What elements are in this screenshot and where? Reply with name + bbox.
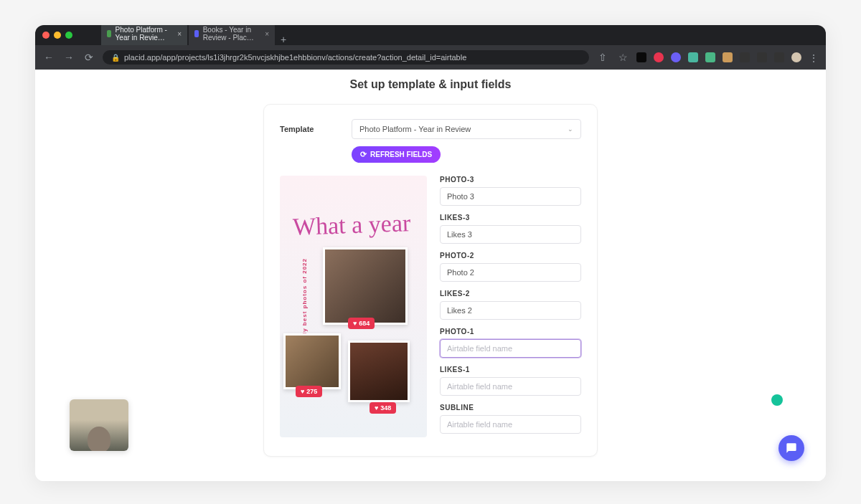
field-input[interactable] — [440, 263, 581, 282]
field-input[interactable] — [440, 339, 581, 358]
close-window[interactable] — [42, 32, 50, 39]
refresh-fields-button[interactable]: ⟳ REFRESH FIELDS — [352, 146, 441, 163]
refresh-icon: ⟳ — [360, 150, 367, 159]
ext-icon[interactable] — [636, 52, 646, 62]
like-badge: ♥348 — [370, 402, 396, 414]
field-group: SUBLINE — [440, 404, 581, 434]
tab-favicon — [107, 30, 111, 37]
field-label: SUBLINE — [440, 404, 581, 412]
preview-photo-3 — [348, 341, 410, 402]
field-label: LIKES-3 — [440, 214, 581, 222]
preview-heading: What a year — [292, 209, 410, 241]
heart-icon: ♥ — [301, 388, 304, 395]
chevron-down-icon: ⌄ — [568, 125, 573, 133]
share-icon[interactable]: ⇧ — [596, 52, 609, 63]
ext-icon[interactable] — [740, 52, 750, 62]
field-label: PHOTO-3 — [440, 176, 581, 184]
fields-column: PHOTO-3LIKES-3PHOTO-2LIKES-2PHOTO-1LIKES… — [440, 176, 581, 442]
page-content: Set up template & input fields Template … — [35, 70, 826, 481]
ext-icon[interactable] — [654, 52, 664, 62]
bookmark-icon[interactable]: ☆ — [616, 52, 629, 63]
field-input[interactable] — [440, 415, 581, 434]
template-value: Photo Platform - Year in Review — [359, 125, 471, 133]
field-label: LIKES-2 — [440, 290, 581, 298]
tab-label: Photo Platform - Year in Revie… — [116, 26, 174, 42]
template-preview: What a year My best photos of 2022 ♥684 … — [280, 176, 427, 437]
field-input[interactable] — [440, 301, 581, 320]
browser-window: Photo Platform - Year in Revie… × Books … — [35, 25, 826, 481]
maximize-window[interactable] — [65, 32, 72, 39]
refresh-label: REFRESH FIELDS — [370, 151, 432, 158]
lock-icon: 🔒 — [111, 54, 120, 62]
field-group: LIKES-1 — [440, 366, 581, 396]
like-badge: ♥275 — [296, 386, 322, 397]
ext-icon[interactable] — [757, 52, 767, 62]
field-group: PHOTO-3 — [440, 176, 581, 206]
template-label: Template — [280, 125, 352, 133]
ext-icon[interactable] — [705, 52, 715, 62]
extension-icons: ⋮ — [636, 52, 819, 62]
close-tab-icon[interactable]: × — [265, 30, 269, 38]
webcam-overlay — [70, 399, 128, 451]
like-badge: ♥684 — [348, 318, 375, 329]
close-tab-icon[interactable]: × — [177, 30, 182, 38]
heart-icon: ♥ — [375, 404, 378, 412]
heart-icon: ♥ — [353, 320, 357, 327]
ext-icon[interactable] — [688, 52, 698, 62]
profile-avatar[interactable] — [791, 52, 801, 62]
field-input[interactable] — [440, 187, 581, 206]
tab-favicon — [194, 30, 199, 37]
ext-icon[interactable] — [723, 52, 733, 62]
browser-toolbar: ← → ⟳ 🔒 placid.app/app/projects/ls1i3jhr… — [35, 45, 826, 70]
setup-card: Template Photo Platform - Year in Review… — [263, 104, 598, 457]
field-group: PHOTO-1 — [440, 328, 581, 358]
template-row: Template Photo Platform - Year in Review… — [280, 119, 581, 139]
preview-photo-1 — [323, 247, 408, 325]
field-group: LIKES-2 — [440, 290, 581, 320]
field-group: PHOTO-2 — [440, 252, 581, 282]
field-input[interactable] — [440, 377, 581, 396]
preview-photo-2 — [283, 333, 341, 389]
field-group: LIKES-3 — [440, 214, 581, 244]
tab-label: Books - Year in Review - Plac… — [203, 26, 260, 42]
menu-icon[interactable]: ⋮ — [809, 52, 819, 62]
chat-icon — [786, 442, 797, 454]
window-controls — [42, 32, 72, 39]
forward-button[interactable]: → — [62, 52, 75, 63]
titlebar: Photo Platform - Year in Revie… × Books … — [35, 25, 826, 45]
ext-icon[interactable] — [774, 52, 784, 62]
tab-strip: Photo Platform - Year in Revie… × Books … — [101, 25, 291, 45]
page-title: Set up template & input fields — [35, 78, 826, 91]
minimize-window[interactable] — [54, 32, 61, 39]
address-bar[interactable]: 🔒 placid.app/app/projects/ls1i3jhrgr2k5n… — [103, 50, 589, 65]
grammarly-icon[interactable] — [771, 394, 783, 406]
preview-sideline: My best photos of 2022 — [301, 258, 308, 337]
template-select[interactable]: Photo Platform - Year in Review ⌄ — [352, 119, 581, 139]
field-label: PHOTO-1 — [440, 328, 581, 336]
back-button[interactable]: ← — [42, 52, 55, 63]
field-label: PHOTO-2 — [440, 252, 581, 260]
url-text: placid.app/app/projects/ls1i3jhrgr2k5nvc… — [124, 53, 466, 62]
tab-2[interactable]: Books - Year in Review - Plac… × — [189, 25, 275, 45]
field-input[interactable] — [440, 225, 581, 244]
chat-widget[interactable] — [778, 435, 804, 461]
field-label: LIKES-1 — [440, 366, 581, 374]
new-tab-button[interactable]: + — [276, 34, 291, 45]
ext-icon[interactable] — [671, 52, 681, 62]
reload-button[interactable]: ⟳ — [83, 52, 95, 63]
tab-1[interactable]: Photo Platform - Year in Revie… × — [101, 25, 187, 45]
